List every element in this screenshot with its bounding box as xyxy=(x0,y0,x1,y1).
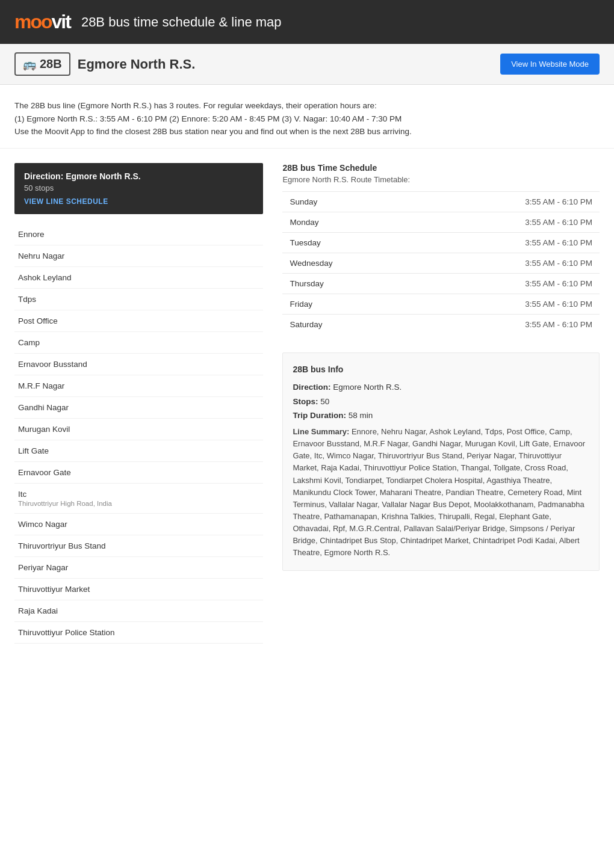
bus-icon: 🚌 xyxy=(23,58,36,71)
stops-count: 50 stops xyxy=(24,183,253,192)
page-title: 28B bus time schedule & line map xyxy=(81,14,282,30)
stops-value: 50 xyxy=(320,397,329,406)
list-item: Tdps xyxy=(14,289,263,310)
stop-name: Tdps xyxy=(18,295,36,304)
list-item: Ernavoor Busstand xyxy=(14,354,263,375)
list-item: Camp xyxy=(14,332,263,354)
hours-cell: 3:55 AM - 6:10 PM xyxy=(413,314,600,334)
trip-label: Trip Duration: xyxy=(293,411,346,420)
hours-cell: 3:55 AM - 6:10 PM xyxy=(413,273,600,294)
info-trip: Trip Duration: 58 min xyxy=(293,409,589,422)
summary-label: Line Summary: xyxy=(293,427,349,436)
list-item: Ashok Leyland xyxy=(14,267,263,289)
stop-name: Lift Gate xyxy=(18,446,49,455)
day-cell: Monday xyxy=(282,212,413,232)
summary-value: Ennore, Nehru Nagar, Ashok Leyland, Tdps… xyxy=(293,427,585,557)
list-item: Thiruvottiyur Market xyxy=(14,579,263,600)
hours-cell: 3:55 AM - 6:10 PM xyxy=(413,232,600,253)
route-name: Egmore North R.S. xyxy=(78,57,196,72)
stop-name: Raja Kadai xyxy=(18,606,58,615)
main-content: Direction: Egmore North R.S. 50 stops VI… xyxy=(0,149,614,658)
list-item: Thiruvortriyur Bus Stand xyxy=(14,535,263,557)
view-website-button[interactable]: View In Website Mode xyxy=(500,54,600,75)
table-row: Sunday3:55 AM - 6:10 PM xyxy=(282,191,600,212)
right-column: 28B bus Time Schedule Egmore North R.S. … xyxy=(278,163,600,644)
day-cell: Tuesday xyxy=(282,232,413,253)
table-row: Friday3:55 AM - 6:10 PM xyxy=(282,294,600,314)
day-cell: Saturday xyxy=(282,314,413,334)
direction-value: Egmore North R.S. xyxy=(333,383,402,392)
list-item: Post Office xyxy=(14,310,263,332)
description-content: The 28B bus line (Egmore North R.S.) has… xyxy=(14,101,412,136)
day-cell: Sunday xyxy=(282,191,413,212)
route-number: 28B xyxy=(40,57,62,71)
day-cell: Friday xyxy=(282,294,413,314)
info-stops: Stops: 50 xyxy=(293,395,589,408)
stop-name: Thiruvottiyur Police Station xyxy=(18,628,115,637)
info-title: 28B bus Info xyxy=(293,363,589,376)
stop-name: Thiruvortriyur Bus Stand xyxy=(18,541,106,550)
schedule-title: 28B bus Time Schedule xyxy=(282,163,600,173)
schedule-subtitle: Egmore North R.S. Route Timetable: xyxy=(282,175,600,184)
list-item: Raja Kadai xyxy=(14,600,263,622)
stop-name: Camp xyxy=(18,338,40,347)
route-number-box: 🚌 28B xyxy=(14,52,70,76)
stop-name: Gandhi Nagar xyxy=(18,403,69,412)
stop-name: Ernavoor Gate xyxy=(18,468,71,477)
sub-header: 🚌 28B Egmore North R.S. View In Website … xyxy=(0,44,614,85)
stop-name: Ashok Leyland xyxy=(18,273,72,282)
stop-subtitle: Thiruvottriyur High Road, India xyxy=(18,500,259,507)
list-item: Ennore xyxy=(14,224,263,245)
schedule-table: Sunday3:55 AM - 6:10 PMMonday3:55 AM - 6… xyxy=(282,191,600,334)
info-summary: Line Summary: Ennore, Nehru Nagar, Ashok… xyxy=(293,426,589,559)
stop-name: Murugan Kovil xyxy=(18,425,70,434)
description-text: The 28B bus line (Egmore North R.S.) has… xyxy=(0,85,614,149)
hours-cell: 3:55 AM - 6:10 PM xyxy=(413,191,600,212)
list-item: Gandhi Nagar xyxy=(14,397,263,419)
list-item: Nehru Nagar xyxy=(14,245,263,267)
list-item: Lift Gate xyxy=(14,440,263,462)
list-item: Periyar Nagar xyxy=(14,557,263,579)
list-item: ItcThiruvottriyur High Road, India xyxy=(14,484,263,514)
bus-info-section: 28B bus Info Direction: Egmore North R.S… xyxy=(282,352,600,571)
direction-box: Direction: Egmore North R.S. 50 stops VI… xyxy=(14,163,263,214)
stop-name: Ennore xyxy=(18,230,45,239)
header: moovit 28B bus time schedule & line map xyxy=(0,0,614,44)
day-cell: Wednesday xyxy=(282,253,413,273)
left-column: Direction: Egmore North R.S. 50 stops VI… xyxy=(14,163,278,644)
stop-name: Post Office xyxy=(18,316,58,325)
schedule-section: 28B bus Time Schedule Egmore North R.S. … xyxy=(282,163,600,334)
table-row: Thursday3:55 AM - 6:10 PM xyxy=(282,273,600,294)
stop-name: M.R.F Nagar xyxy=(18,381,64,390)
stop-name: Itc xyxy=(18,490,26,499)
table-row: Monday3:55 AM - 6:10 PM xyxy=(282,212,600,232)
table-row: Tuesday3:55 AM - 6:10 PM xyxy=(282,232,600,253)
direction-label: Direction: xyxy=(293,383,330,392)
table-row: Saturday3:55 AM - 6:10 PM xyxy=(282,314,600,334)
trip-value: 58 min xyxy=(349,411,373,420)
stops-label: Stops: xyxy=(293,397,318,406)
list-item: Murugan Kovil xyxy=(14,419,263,440)
stop-name: Ernavoor Busstand xyxy=(18,360,87,369)
day-cell: Thursday xyxy=(282,273,413,294)
hours-cell: 3:55 AM - 6:10 PM xyxy=(413,212,600,232)
view-schedule-link[interactable]: VIEW LINE SCHEDULE xyxy=(24,197,108,206)
info-direction: Direction: Egmore North R.S. xyxy=(293,381,589,394)
list-item: Thiruvottiyur Police Station xyxy=(14,622,263,644)
route-badge: 🚌 28B Egmore North R.S. xyxy=(14,52,195,76)
list-item: M.R.F Nagar xyxy=(14,375,263,397)
hours-cell: 3:55 AM - 6:10 PM xyxy=(413,253,600,273)
stop-name: Periyar Nagar xyxy=(18,563,68,572)
stop-name: Wimco Nagar xyxy=(18,520,67,529)
hours-cell: 3:55 AM - 6:10 PM xyxy=(413,294,600,314)
list-item: Wimco Nagar xyxy=(14,514,263,535)
list-item: Ernavoor Gate xyxy=(14,462,263,484)
stop-name: Nehru Nagar xyxy=(18,251,64,260)
stop-name: Thiruvottiyur Market xyxy=(18,585,90,594)
moovit-logo: moovit xyxy=(14,11,70,33)
stop-list: EnnoreNehru NagarAshok LeylandTdpsPost O… xyxy=(14,224,263,644)
direction-title: Direction: Egmore North R.S. xyxy=(24,171,253,181)
table-row: Wednesday3:55 AM - 6:10 PM xyxy=(282,253,600,273)
